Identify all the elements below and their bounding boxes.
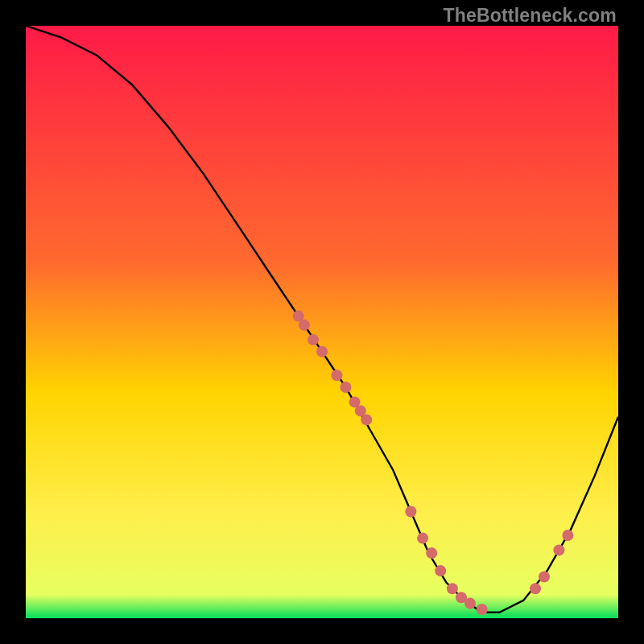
heat-background — [26, 26, 618, 618]
highlight-dot — [417, 533, 428, 544]
highlight-dot — [331, 369, 342, 381]
highlight-dot — [530, 583, 541, 594]
bottleneck-chart — [26, 26, 618, 618]
highlight-dot — [308, 334, 319, 345]
highlight-dot — [477, 604, 488, 615]
watermark-label: TheBottleneck.com — [443, 5, 617, 27]
highlight-dot — [299, 320, 310, 331]
highlight-dot — [316, 346, 328, 357]
highlight-dot — [464, 598, 476, 609]
highlight-dot — [340, 382, 351, 393]
highlight-dot — [361, 414, 372, 425]
highlight-dot — [426, 547, 437, 559]
highlight-dot — [539, 572, 550, 583]
highlight-dot — [553, 544, 564, 555]
highlight-dot — [562, 530, 573, 541]
highlight-dot — [447, 583, 458, 594]
highlight-dot — [435, 565, 446, 576]
highlight-dot — [405, 506, 416, 518]
